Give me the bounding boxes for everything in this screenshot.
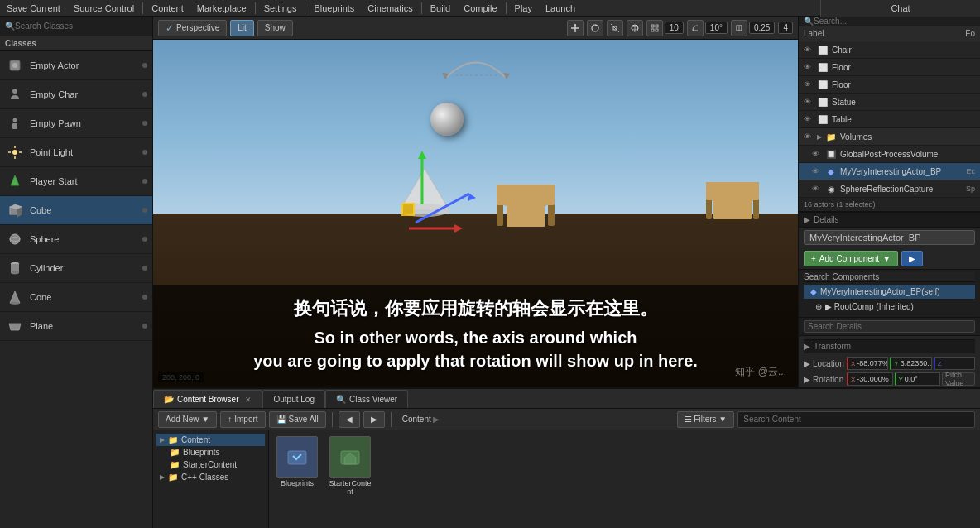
rotation-x-field[interactable]: X -30.000% (847, 372, 893, 386)
menu-settings[interactable]: Settings (257, 2, 304, 15)
tree-item-startercontent[interactable]: 📁 StarterContent (156, 458, 265, 471)
tab-output-log[interactable]: Output Log (262, 390, 324, 408)
place-item-player-start[interactable]: Player Start (0, 167, 152, 196)
scale-snap-icon[interactable] (731, 20, 747, 36)
place-item-name: Point Light (30, 147, 137, 157)
grid-toggle[interactable] (646, 20, 663, 36)
menu-blueprints[interactable]: Blueprints (307, 2, 361, 15)
asset-name: Blueprints (281, 479, 314, 487)
search-classes-input[interactable] (15, 22, 147, 31)
svg-rect-48 (706, 182, 759, 200)
translate-icon[interactable] (567, 20, 584, 36)
place-item-plane[interactable]: Plane (0, 312, 152, 341)
place-item-sphere[interactable]: Sphere (0, 225, 152, 254)
tree-item-cppclasses[interactable]: ▶ 📁 C++ Classes (156, 471, 265, 483)
perspective-label: Perspective (176, 23, 219, 32)
actor-name-input[interactable] (804, 230, 975, 245)
nav-fwd-button[interactable]: ▶ (363, 411, 385, 428)
place-item-dot (142, 324, 147, 329)
search-details-bar (799, 318, 980, 336)
asset-blueprints[interactable]: Blueprints (272, 434, 322, 498)
outliner-item-table[interactable]: 👁 ⬜ Table (799, 111, 980, 128)
component-self[interactable]: ◆ MyVeryInterestingActor_BP(self) (804, 285, 975, 300)
add-component-button[interactable]: + Add Component ▼ (804, 251, 898, 266)
outliner-item-floor2[interactable]: 👁 ⬜ Floor (799, 76, 980, 94)
outliner-item-mybp[interactable]: 👁 ◆ MyVeryInterestingActor_BP Ec (799, 163, 980, 180)
plus-icon: + (811, 254, 816, 263)
content-search-input[interactable] (737, 411, 975, 428)
filters-button[interactable]: ☰ Filters ▼ (677, 411, 735, 428)
outliner-item-volumes[interactable]: 👁 ▶ 📁 Volumes (799, 128, 980, 146)
outliner-item-name: Floor (832, 63, 947, 72)
tab-class-viewer[interactable]: 🔍 Class Viewer (325, 390, 408, 408)
folder-icon: 📁 (825, 131, 837, 142)
separator (332, 412, 333, 427)
outliner-item-floor1[interactable]: 👁 ⬜ Floor (799, 59, 980, 76)
scale-value[interactable]: 0.25 (749, 22, 775, 34)
chat-tab[interactable]: Chat (820, 0, 980, 17)
save-icon: 💾 (276, 415, 286, 424)
perspective-toggle[interactable]: ✓ Perspective (158, 20, 227, 36)
tree-item-name: Blueprints (183, 448, 219, 457)
path-root[interactable]: Content (402, 415, 431, 424)
rotation-y-field[interactable]: Y 0.0° (895, 372, 941, 386)
import-button[interactable]: ↑ Import (220, 411, 265, 428)
grid-size[interactable]: 10 (665, 22, 684, 34)
outliner-item-globalpost[interactable]: 👁 🔲 GlobalPostProcessVolume (799, 146, 980, 163)
menu-build[interactable]: Build (424, 2, 457, 15)
svg-point-18 (11, 271, 19, 274)
menu-cinematics[interactable]: Cinematics (361, 2, 419, 15)
asset-startercontent[interactable]: StarterContent (325, 434, 375, 498)
rotation-row: ▶ Rotation X -30.000% Y 0.0° Pitch Val (804, 372, 975, 386)
outliner-item-statue[interactable]: 👁 ⬜ Statue (799, 94, 980, 111)
outliner-search-input[interactable] (814, 17, 975, 26)
place-item-cube[interactable]: Cube (0, 196, 152, 225)
menu-marketplace[interactable]: Marketplace (190, 2, 253, 15)
details-section-header[interactable]: ▶ Details (799, 212, 980, 228)
add-new-button[interactable]: Add New ▼ (158, 411, 217, 428)
world-icon[interactable] (627, 20, 643, 36)
lit-button[interactable]: Lit (230, 20, 254, 36)
place-item-point-light[interactable]: Point Light (0, 138, 152, 167)
location-z-field[interactable]: Z (934, 357, 975, 370)
menu-launch[interactable]: Launch (539, 2, 582, 15)
path-display: Content ▶ (397, 415, 444, 424)
viewport-canvas[interactable]: 换句话说，你要应用旋转的轴会显示在这里。 So in other words, … (153, 40, 798, 387)
camera-speed[interactable]: 4 (778, 22, 793, 34)
components-label: Search Components (804, 272, 975, 282)
tree-item-content[interactable]: ▶ 📁 Content (156, 434, 265, 446)
menu-compile[interactable]: Compile (457, 2, 503, 15)
scale-icon[interactable] (607, 20, 623, 36)
right-panel: 🔍 Label Fo 👁 ⬜ Chair (798, 17, 980, 387)
menu-play[interactable]: Play (508, 2, 539, 15)
menu-content[interactable]: Content (145, 2, 190, 15)
place-item-empty-char[interactable]: Empty Char (0, 80, 152, 109)
location-y-field[interactable]: Y 3.82350... (890, 357, 931, 370)
nav-back-button[interactable]: ◀ (339, 411, 360, 428)
outliner-item-sphere-reflect[interactable]: 👁 ◉ SphereReflectionCapture Sp (799, 180, 980, 198)
folder-icon: 📁 (170, 448, 180, 457)
tab-content-browser[interactable]: 📂 Content Browser ✕ (153, 390, 262, 408)
show-button[interactable]: Show (257, 20, 293, 36)
blueprint-button[interactable]: ▶ (901, 251, 923, 266)
menu-save-current[interactable]: Save Current (0, 2, 67, 15)
rotate-icon[interactable] (587, 20, 603, 36)
place-item-empty-pawn[interactable]: Empty Pawn (0, 109, 152, 138)
angle-value[interactable]: 10° (705, 22, 728, 34)
save-all-button[interactable]: 💾 Save All (269, 411, 326, 428)
location-x-field[interactable]: X -88.077% (847, 357, 888, 370)
pitch-value-field[interactable]: Pitch Value (942, 372, 975, 386)
outliner-item-chair[interactable]: 👁 ⬜ Chair (799, 41, 980, 59)
place-item-cone[interactable]: Cone (0, 283, 152, 312)
outliner-search-bar: 🔍 (799, 17, 980, 26)
tree-item-name: StarterContent (183, 460, 237, 469)
place-item-cylinder[interactable]: Cylinder (0, 254, 152, 283)
place-item-empty-actor[interactable]: Empty Actor (0, 51, 152, 80)
menu-source-control[interactable]: Source Control (67, 2, 141, 15)
tree-item-blueprints[interactable]: 📁 Blueprints (156, 446, 265, 458)
class-viewer-icon: 🔍 (336, 395, 346, 404)
search-details-input[interactable] (804, 320, 975, 333)
component-rootcomp[interactable]: ⊕ ▶ RootComp (Inherited) (804, 300, 975, 314)
angle-icon[interactable] (687, 20, 704, 36)
transform-header[interactable]: ▶ Transform (804, 339, 975, 353)
